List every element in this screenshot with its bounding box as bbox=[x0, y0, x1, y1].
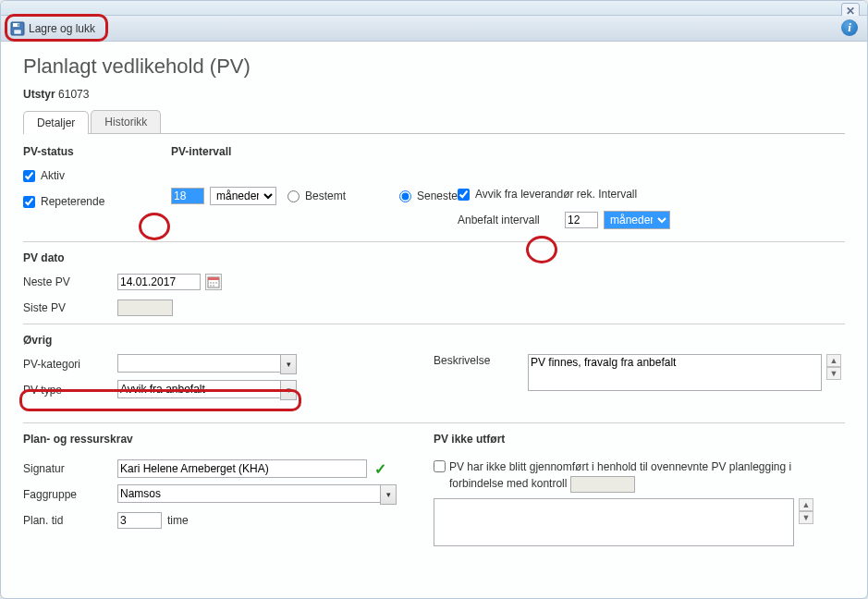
notdone-checkbox[interactable] bbox=[434, 460, 446, 472]
plan-block: Plan- og ressurskrav Signatur ✓ Faggrupp… bbox=[23, 433, 411, 552]
calendar-icon[interactable] bbox=[205, 274, 222, 290]
info-icon[interactable]: i bbox=[841, 19, 858, 36]
plan-heading: Plan- og ressurskrav bbox=[23, 433, 411, 446]
deviation-checkbox[interactable] bbox=[458, 189, 470, 201]
repeating-label: Repeterende bbox=[41, 195, 129, 208]
last-pv-label: Siste PV bbox=[23, 301, 112, 314]
equipment-id: 61073 bbox=[58, 88, 89, 101]
tab-strip: Detaljer Historikk bbox=[23, 110, 845, 134]
signature-label: Signatur bbox=[23, 462, 112, 475]
last-pv-readonly bbox=[117, 300, 173, 316]
svg-rect-2 bbox=[14, 30, 21, 34]
svg-rect-3 bbox=[18, 23, 19, 26]
save-and-close-button[interactable]: Lagre og lukk bbox=[6, 19, 103, 38]
tab-details[interactable]: Detaljer bbox=[23, 111, 89, 134]
notdone-block: PV ikke utført PV har ikke blitt gjennom… bbox=[434, 433, 845, 552]
recommended-unit-select[interactable]: måneder bbox=[604, 211, 670, 229]
category-input[interactable] bbox=[117, 354, 280, 373]
type-drop[interactable]: ▾ bbox=[280, 380, 297, 400]
category-combo[interactable]: ▾ bbox=[117, 354, 297, 374]
next-pv-label: Neste PV bbox=[23, 275, 112, 288]
svg-point-9 bbox=[210, 285, 212, 287]
scroll-down-icon[interactable]: ▼ bbox=[826, 367, 841, 380]
recommended-value-input[interactable] bbox=[565, 212, 598, 228]
active-label: Aktiv bbox=[41, 169, 129, 182]
interval-value-input[interactable] bbox=[171, 188, 204, 204]
type-combo[interactable]: ▾ bbox=[117, 380, 297, 400]
other-left-block: PV-kategori ▾ PV-type ▾ bbox=[23, 354, 411, 406]
chevron-down-icon: ▾ bbox=[386, 490, 391, 499]
type-label: PV-type bbox=[23, 384, 112, 397]
active-checkbox[interactable] bbox=[23, 170, 35, 182]
time-value-input[interactable] bbox=[117, 512, 162, 529]
repeating-checkbox[interactable] bbox=[23, 196, 35, 208]
group-combo[interactable]: ▾ bbox=[117, 484, 397, 505]
pv-status-block: PV-status Aktiv Repeterende bbox=[23, 145, 143, 236]
page-heading: Planlagt vedlikehold (PV) bbox=[23, 55, 845, 79]
status-interval-row: PV-status Aktiv Repeterende PV-intervall… bbox=[23, 145, 845, 236]
deviation-block: Avvik fra leverandør rek. Intervall Anbe… bbox=[458, 145, 845, 236]
pv-interval-heading: PV-intervall bbox=[171, 145, 430, 158]
control-value-readonly bbox=[570, 476, 635, 493]
pv-date-heading: PV dato bbox=[23, 251, 845, 264]
scroll-up-icon[interactable]: ▲ bbox=[826, 354, 841, 367]
equipment-label: Utstyr bbox=[23, 88, 55, 101]
check-icon: ✓ bbox=[374, 460, 386, 478]
scroll-up-icon[interactable]: ▲ bbox=[799, 498, 813, 511]
notdone-textarea[interactable] bbox=[434, 498, 794, 546]
next-pv-input[interactable] bbox=[117, 274, 201, 290]
pv-status-heading: PV-status bbox=[23, 145, 143, 158]
other-heading: Øvrig bbox=[23, 334, 845, 347]
description-label: Beskrivelse bbox=[434, 354, 522, 367]
recommended-label: Anbefalt intervall bbox=[458, 214, 559, 226]
dialog-window: ✕ Lagre og lukk i Planlagt vedlikehold (… bbox=[0, 0, 868, 599]
textarea-scroll[interactable]: ▲▼ bbox=[826, 354, 841, 380]
titlebar: ✕ bbox=[1, 1, 867, 16]
content-area: Planlagt vedlikehold (PV) Utstyr 61073 D… bbox=[1, 42, 867, 565]
time-label: Plan. tid bbox=[23, 514, 112, 527]
group-label: Faggruppe bbox=[23, 488, 112, 501]
signature-input[interactable] bbox=[117, 459, 367, 478]
svg-point-6 bbox=[210, 282, 212, 284]
fixed-radio[interactable] bbox=[287, 190, 300, 202]
chevron-down-icon: ▾ bbox=[287, 360, 291, 369]
svg-rect-5 bbox=[208, 277, 219, 280]
group-drop[interactable]: ▾ bbox=[380, 484, 397, 505]
svg-point-8 bbox=[215, 282, 217, 284]
type-input[interactable] bbox=[117, 380, 280, 398]
chevron-down-icon: ▾ bbox=[287, 385, 291, 395]
pv-interval-block: PV-intervall måneder Bestemt Seneste bbox=[171, 145, 430, 236]
interval-unit-select[interactable]: måneder bbox=[210, 187, 276, 205]
description-textarea[interactable] bbox=[528, 354, 822, 391]
scroll-down-icon[interactable]: ▼ bbox=[799, 511, 813, 524]
equipment-line: Utstyr 61073 bbox=[23, 88, 845, 101]
time-unit-label: time bbox=[167, 514, 189, 527]
toolbar: Lagre og lukk i bbox=[1, 16, 867, 42]
category-drop[interactable]: ▾ bbox=[280, 354, 297, 374]
save-icon bbox=[10, 21, 25, 36]
textarea-scroll-2[interactable]: ▲▼ bbox=[799, 498, 813, 524]
other-right-block: Beskrivelse ▲▼ bbox=[434, 354, 845, 406]
save-button-label: Lagre og lukk bbox=[29, 22, 95, 35]
group-input[interactable] bbox=[117, 484, 380, 503]
latest-radio[interactable] bbox=[399, 190, 411, 202]
notdone-text: PV har ikke blitt gjennomført i henhold … bbox=[449, 458, 845, 493]
svg-point-7 bbox=[213, 282, 214, 284]
deviation-label: Avvik fra leverandør rek. Intervall bbox=[475, 188, 637, 201]
notdone-heading: PV ikke utført bbox=[434, 433, 845, 446]
svg-point-10 bbox=[213, 285, 214, 287]
category-label: PV-kategori bbox=[23, 358, 112, 371]
fixed-label: Bestemt bbox=[305, 189, 394, 202]
tab-history[interactable]: Historikk bbox=[91, 110, 161, 133]
